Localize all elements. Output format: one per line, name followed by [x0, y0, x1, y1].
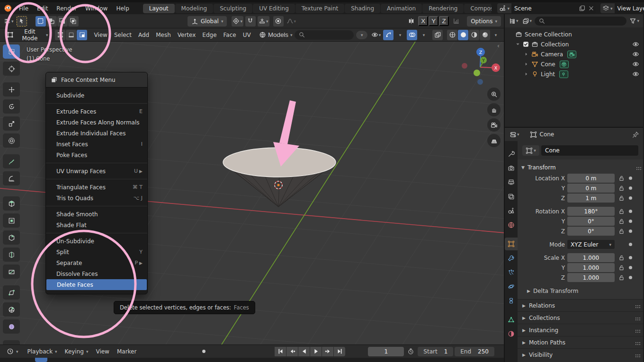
tool-button[interactable] — [3, 213, 20, 228]
select-mode-extend-button[interactable] — [46, 16, 57, 26]
navigation-gizmo[interactable]: Z Y X — [455, 45, 502, 93]
value-field[interactable]: 1.000▾ — [567, 263, 615, 272]
properties-tab[interactable] — [505, 219, 518, 231]
frame-start-field[interactable]: Start1 — [418, 347, 453, 356]
view-layer-field[interactable]: View Layer — [615, 3, 644, 13]
properties-tab[interactable] — [505, 190, 518, 203]
lock-icon[interactable] — [617, 185, 626, 192]
topbar-menu[interactable]: File — [15, 4, 33, 13]
transport-button[interactable] — [334, 347, 345, 356]
proportional-editing-toggle[interactable] — [273, 16, 284, 26]
timeline-menu[interactable]: Marker▾ — [113, 347, 140, 356]
tool-button[interactable] — [3, 171, 20, 185]
visibility-dropdown[interactable]: ▾ — [370, 30, 382, 40]
context-menu-item[interactable]: Split Y▶ — [46, 247, 147, 257]
lock-icon[interactable] — [617, 254, 626, 261]
tool-button[interactable] — [3, 82, 20, 97]
gizmo-dropdown[interactable]: ▾ — [395, 30, 405, 40]
snap-toggle[interactable] — [245, 16, 256, 26]
lock-icon[interactable] — [617, 274, 626, 281]
mirror-icon[interactable] — [406, 16, 416, 26]
workspace-tab[interactable]: UV Editing — [253, 4, 295, 13]
lock-icon[interactable] — [617, 175, 626, 182]
viewport-menu[interactable]: Select — [111, 30, 135, 40]
shading-dropdown[interactable]: ▾ — [491, 30, 501, 40]
mirror-axis-button[interactable]: X — [418, 16, 428, 26]
tweak-tool-button[interactable] — [17, 16, 27, 26]
context-menu-item[interactable]: Dissolve Faces ▶ — [46, 268, 147, 279]
show-gizmo-toggle[interactable] — [383, 30, 394, 40]
snap-base-icon[interactable] — [451, 16, 461, 26]
delta-transform-panel[interactable]: ▶Delta Transform — [521, 283, 639, 295]
animate-dot[interactable] — [629, 243, 632, 246]
tool-button[interactable] — [3, 99, 20, 114]
context-menu-item[interactable]: Un-Subdivide ▶ — [46, 236, 147, 247]
collapsed-panel[interactable]: ▶ Instancing — [518, 324, 643, 336]
transport-button[interactable] — [275, 347, 286, 356]
context-menu-item[interactable]: Tris to Quads ⌥ J▶ — [46, 193, 147, 203]
stopwatch-icon[interactable] — [407, 348, 414, 355]
properties-tab[interactable] — [505, 176, 518, 189]
workspace-tab[interactable]: Rendering — [422, 4, 464, 13]
outliner-object-row[interactable]: Camera — [505, 49, 643, 59]
viewport-menu[interactable]: Edge — [199, 30, 220, 40]
transport-button[interactable] — [298, 347, 310, 356]
topbar-menu[interactable]: Render — [52, 4, 81, 13]
shading-solid-button[interactable] — [458, 30, 468, 40]
timeline-menu[interactable]: Keying▾ — [61, 347, 92, 356]
blender-logo-icon[interactable] — [4, 4, 12, 13]
workspace-tab[interactable]: Shading — [345, 4, 380, 13]
eye-icon[interactable] — [632, 41, 639, 48]
shading-wireframe-button[interactable] — [447, 30, 457, 40]
value-field[interactable]: 180°▾ — [567, 207, 615, 216]
timeline-menu[interactable]: View▾ — [92, 347, 113, 356]
filter-dropdown[interactable]: ▾ — [628, 16, 640, 26]
transport-button[interactable] — [322, 347, 333, 356]
animate-dot[interactable] — [629, 196, 632, 200]
properties-tab[interactable] — [505, 162, 518, 175]
animate-dot[interactable] — [629, 230, 632, 233]
copy-scene-icon[interactable] — [578, 3, 587, 13]
disclosure-icon[interactable] — [524, 62, 529, 67]
search-filter-dropdown[interactable]: ▾ — [356, 31, 367, 39]
tool-button[interactable] — [3, 62, 20, 76]
properties-tab[interactable] — [505, 238, 518, 250]
tool-button[interactable] — [3, 133, 20, 148]
value-field[interactable]: 0 m▾ — [567, 174, 615, 183]
animate-dot[interactable] — [629, 210, 632, 213]
tool-button[interactable] — [3, 265, 20, 279]
mirror-axis-button[interactable]: Z — [439, 16, 449, 26]
viewport-pan-button[interactable] — [487, 103, 501, 116]
properties-tab[interactable] — [505, 280, 518, 293]
context-menu-item[interactable]: Separate P▶ — [46, 257, 147, 268]
value-field[interactable]: XYZ Euler▾ — [567, 240, 615, 249]
transport-button[interactable] — [286, 347, 298, 356]
scene-collection-row[interactable]: Scene Collection — [505, 29, 643, 39]
properties-tab[interactable] — [505, 204, 518, 217]
workspace-tab[interactable]: Texture Paint — [295, 4, 344, 13]
tool-button[interactable] — [3, 302, 20, 317]
context-menu-item[interactable]: Extrude Faces E▶ — [46, 106, 147, 117]
context-menu-item[interactable]: Inset Faces I▶ — [46, 139, 147, 150]
timeline-menu[interactable]: Playback▾ — [24, 347, 61, 356]
outliner-search-input[interactable] — [535, 17, 626, 26]
tool-button[interactable] — [3, 285, 20, 300]
panel-grip[interactable] — [635, 305, 636, 306]
animate-dot[interactable] — [629, 256, 632, 259]
object-name-field[interactable]: Cone — [541, 145, 638, 156]
panel-grip[interactable] — [636, 167, 637, 168]
show-overlays-toggle[interactable] — [407, 30, 417, 40]
context-menu-item[interactable]: Delete Faces ▶ — [46, 279, 147, 290]
transform-orientation-dropdown[interactable]: Global▾ — [188, 16, 227, 26]
value-field[interactable]: 1 m▾ — [567, 194, 615, 203]
select-mode-intersect-button[interactable] — [68, 16, 79, 26]
viewport-3d[interactable]: Z Y X ‹ User Perspective (1) Cone — [0, 42, 504, 344]
eye-icon[interactable] — [632, 71, 639, 78]
viewport-ortho-button[interactable] — [487, 134, 501, 147]
animate-dot[interactable] — [629, 186, 632, 190]
mode-dropdown[interactable]: Edit Mode▾ — [3, 30, 52, 40]
outliner-object-row[interactable]: Light — [505, 69, 643, 79]
tool-button[interactable] — [3, 247, 20, 262]
collapsed-panel[interactable]: ▶ Collections — [518, 311, 643, 324]
snap-target-dropdown[interactable]: ▾ — [258, 16, 269, 26]
